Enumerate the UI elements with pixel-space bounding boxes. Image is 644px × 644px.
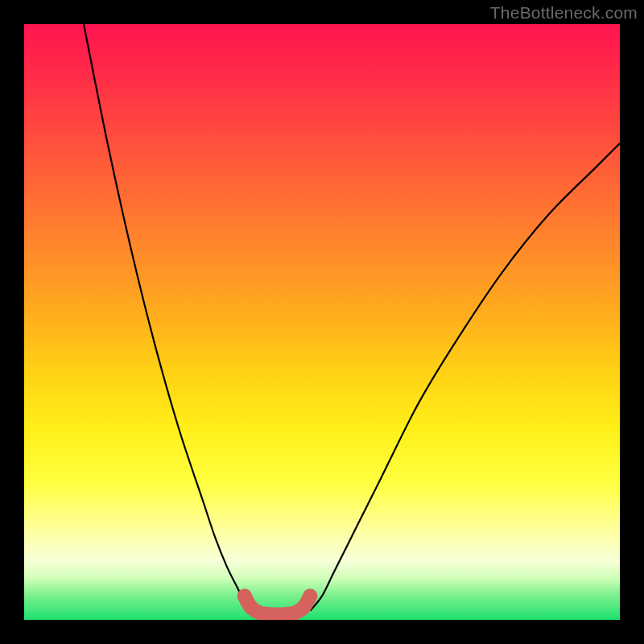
chart-overlay	[24, 24, 620, 620]
plot-area	[24, 24, 620, 620]
valley-marker	[243, 600, 258, 614]
chart-frame: TheBottleneck.com	[0, 0, 644, 644]
valley-marker	[303, 588, 317, 603]
curve-left-branch	[84, 24, 250, 611]
watermark-text: TheBottleneck.com	[490, 3, 638, 23]
curve-right-branch	[310, 143, 620, 611]
